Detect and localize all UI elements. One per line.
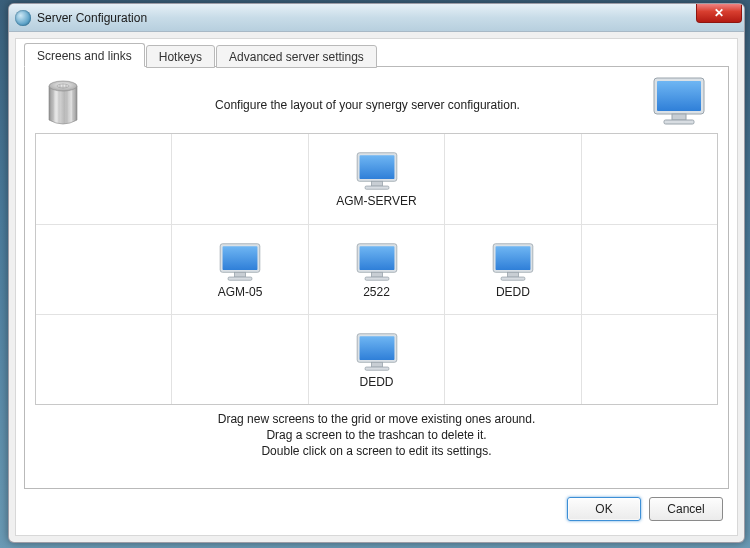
grid-row-1: AGM-05 2522 <box>36 224 717 314</box>
svg-rect-14 <box>223 246 258 270</box>
button-label: OK <box>595 502 612 516</box>
grid-cell-2-3[interactable] <box>445 314 581 404</box>
tab-screens-and-links[interactable]: Screens and links <box>24 43 145 67</box>
window-title: Server Configuration <box>37 11 147 25</box>
client-area: Screens and links Hotkeys Advanced serve… <box>15 38 738 536</box>
close-button[interactable]: ✕ <box>696 3 742 23</box>
svg-rect-11 <box>371 181 382 186</box>
monitor-icon <box>354 331 400 373</box>
grid-cell-0-2[interactable]: AGM-SERVER <box>309 134 445 224</box>
screen-label: 2522 <box>363 285 390 299</box>
close-icon: ✕ <box>714 6 724 20</box>
cancel-button[interactable]: Cancel <box>649 497 723 521</box>
monitor-icon <box>354 241 400 283</box>
svg-rect-22 <box>495 246 530 270</box>
grid-cell-1-4[interactable] <box>582 224 717 314</box>
new-screen-source[interactable] <box>650 75 714 127</box>
button-label: Cancel <box>667 502 704 516</box>
dialog-button-row: OK Cancel <box>24 489 729 527</box>
grid-cell-2-4[interactable] <box>582 314 717 404</box>
tab-advanced-server-settings[interactable]: Advanced server settings <box>216 45 377 68</box>
grid-cell-0-1[interactable] <box>172 134 308 224</box>
grid-cell-2-1[interactable] <box>172 314 308 404</box>
svg-rect-26 <box>359 336 394 360</box>
svg-rect-19 <box>371 272 382 277</box>
trashcan-icon[interactable] <box>41 75 85 127</box>
screen-label: DEDD <box>360 375 394 389</box>
grid-cell-2-2[interactable]: DEDD <box>309 314 445 404</box>
panel-caption: Configure the layout of your synergy ser… <box>85 90 650 112</box>
svg-rect-8 <box>664 120 694 124</box>
grid-cell-0-3[interactable] <box>445 134 581 224</box>
svg-rect-24 <box>501 277 525 280</box>
svg-rect-20 <box>365 277 389 280</box>
screen-label: AGM-05 <box>218 285 263 299</box>
svg-rect-27 <box>371 362 382 367</box>
svg-rect-10 <box>359 155 394 179</box>
titlebar[interactable]: Server Configuration ✕ <box>9 4 744 32</box>
grid-cell-0-0[interactable] <box>36 134 172 224</box>
grid-cell-1-3[interactable]: DEDD <box>445 224 581 314</box>
svg-rect-28 <box>365 367 389 370</box>
hint-line: Drag new screens to the grid or move exi… <box>35 411 718 427</box>
svg-rect-15 <box>235 272 246 277</box>
screen-layout-grid[interactable]: AGM-SERVER AGM-05 <box>35 133 718 405</box>
tab-label: Advanced server settings <box>229 50 364 64</box>
grid-cell-1-1[interactable]: AGM-05 <box>172 224 308 314</box>
hint-line: Double click on a screen to edit its set… <box>35 443 718 459</box>
tab-label: Hotkeys <box>159 50 202 64</box>
server-configuration-window: Server Configuration ✕ Screens and links… <box>8 3 745 543</box>
tab-label: Screens and links <box>37 49 132 63</box>
grid-row-0: AGM-SERVER <box>36 134 717 224</box>
ok-button[interactable]: OK <box>567 497 641 521</box>
synergy-app-icon <box>15 10 31 26</box>
svg-rect-6 <box>657 81 701 111</box>
monitor-icon <box>490 241 536 283</box>
monitor-icon <box>354 150 400 192</box>
grid-cell-1-2[interactable]: 2522 <box>309 224 445 314</box>
tab-panel-screens: Configure the layout of your synergy ser… <box>24 66 729 489</box>
svg-rect-23 <box>507 272 518 277</box>
svg-rect-12 <box>365 186 389 189</box>
screen-label: DEDD <box>496 285 530 299</box>
grid-row-2: DEDD <box>36 314 717 404</box>
svg-rect-7 <box>672 114 686 120</box>
instructions: Drag new screens to the grid or move exi… <box>35 411 718 460</box>
screen-label: AGM-SERVER <box>336 194 416 208</box>
tabs-row: Screens and links Hotkeys Advanced serve… <box>24 43 729 67</box>
grid-cell-2-0[interactable] <box>36 314 172 404</box>
grid-cell-0-4[interactable] <box>582 134 717 224</box>
svg-rect-16 <box>228 277 252 280</box>
grid-cell-1-0[interactable] <box>36 224 172 314</box>
panel-header-row: Configure the layout of your synergy ser… <box>35 75 718 127</box>
monitor-icon <box>217 241 263 283</box>
svg-rect-18 <box>359 246 394 270</box>
hint-line: Drag a screen to the trashcan to delete … <box>35 427 718 443</box>
tab-hotkeys[interactable]: Hotkeys <box>146 45 215 68</box>
